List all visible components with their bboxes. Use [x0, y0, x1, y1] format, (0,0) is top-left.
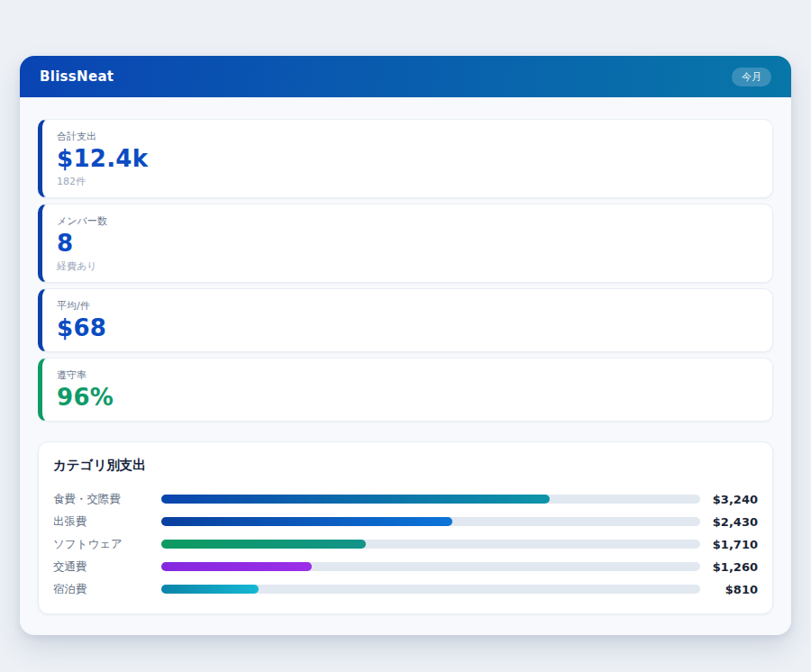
category-label: ソフトウェア: [53, 537, 161, 552]
category-label: 宿泊費: [53, 582, 161, 597]
stat-label: 合計支出: [57, 131, 758, 142]
category-bar-fill: [161, 585, 259, 594]
category-label: 交通費: [53, 559, 161, 575]
stat-label: メンバー数: [57, 215, 758, 227]
dashboard-content: 合計支出$12.4k182件メンバー数8経費あり平均/件$68遵守率96% カテ…: [20, 97, 791, 635]
category-breakdown-title: カテゴリ別支出: [53, 457, 758, 474]
stat-value: 8: [57, 231, 758, 257]
stat-card-4: 遵守率96%: [38, 358, 773, 422]
stat-value: 96%: [57, 385, 758, 411]
category-row: 食費・交際費$3,240: [53, 488, 758, 511]
stat-value: $12.4k: [57, 146, 758, 172]
stat-label: 平均/件: [57, 300, 758, 312]
app-header: BlissNeat 今月: [20, 56, 791, 97]
category-row: ソフトウェア$1,710: [53, 533, 758, 556]
dashboard-panel: BlissNeat 今月 合計支出$12.4k182件メンバー数8経費あり平均/…: [20, 56, 791, 635]
period-badge[interactable]: 今月: [732, 68, 771, 86]
category-bar-track: [161, 562, 700, 571]
category-bar-list: 食費・交際費$3,240出張費$2,430ソフトウェア$1,710交通費$1,2…: [53, 488, 758, 601]
category-row: 出張費$2,430: [53, 511, 758, 533]
category-bar-fill: [161, 495, 550, 504]
category-value: $1,710: [700, 538, 758, 551]
stat-sub: 182件: [57, 176, 758, 187]
stat-card-list: 合計支出$12.4k182件メンバー数8経費あり平均/件$68遵守率96%: [38, 119, 773, 422]
stat-card-3: 平均/件$68: [38, 288, 773, 352]
category-breakdown-card: カテゴリ別支出 食費・交際費$3,240出張費$2,430ソフトウェア$1,71…: [38, 441, 773, 614]
category-label: 出張費: [53, 514, 161, 530]
category-bar-fill: [161, 517, 452, 526]
category-value: $1,260: [700, 560, 758, 574]
category-bar-track: [161, 540, 700, 549]
category-bar-fill: [161, 540, 366, 549]
category-value: $3,240: [700, 493, 758, 506]
category-value: $810: [700, 583, 758, 596]
category-row: 交通費$1,260: [53, 556, 758, 578]
app-title: BlissNeat: [40, 68, 114, 85]
category-bar-fill: [161, 562, 312, 571]
category-bar-track: [161, 585, 700, 594]
category-bar-track: [161, 517, 700, 526]
category-label: 食費・交際費: [53, 492, 161, 507]
category-value: $2,430: [700, 515, 758, 529]
stat-sub: 経費あり: [57, 260, 758, 272]
stat-card-2: メンバー数8経費あり: [38, 204, 773, 283]
category-bar-track: [161, 495, 700, 504]
stat-label: 遵守率: [57, 369, 758, 381]
category-row: 宿泊費$810: [53, 578, 758, 601]
stat-value: $68: [57, 315, 758, 341]
stat-card-1: 合計支出$12.4k182件: [38, 119, 773, 198]
